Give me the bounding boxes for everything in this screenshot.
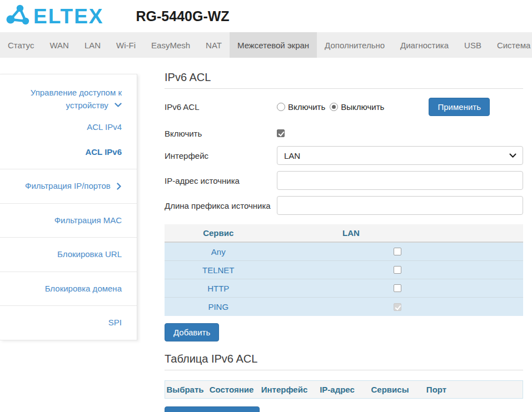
tab-diagnostics[interactable]: Диагностика bbox=[392, 32, 456, 58]
sidebar-item-device-access[interactable]: Управление доступом к устройству bbox=[0, 79, 137, 115]
enable-checkbox[interactable] bbox=[277, 129, 285, 137]
service-ping-checkbox bbox=[394, 303, 401, 311]
tab-system[interactable]: Система bbox=[489, 32, 532, 58]
sidebar-item-spi[interactable]: SPI bbox=[0, 310, 137, 335]
acl-header-services: Сервисы bbox=[364, 385, 416, 394]
service-name: PING bbox=[165, 302, 272, 311]
radio-enable[interactable] bbox=[277, 103, 285, 111]
radio-disable-label[interactable]: Выключить bbox=[341, 102, 384, 112]
tab-lan[interactable]: LAN bbox=[77, 32, 108, 58]
acl-table-title: Таблица IPv6 ACL bbox=[165, 353, 523, 370]
prefix-length-input[interactable] bbox=[277, 196, 523, 215]
delete-selected-button[interactable]: Удалить выбранное bbox=[165, 406, 260, 412]
sidebar-group-url-block: Блокировка URL bbox=[0, 238, 137, 272]
form-row-acl-toggle: IPv6 ACL Включить Выключить Применить bbox=[165, 98, 523, 116]
services-header-service: Сервис bbox=[165, 228, 272, 238]
sidebar-item-label: ACL IPv6 bbox=[85, 147, 122, 157]
acl-header-ip: IP-адрес bbox=[311, 385, 364, 394]
interface-label: Интерфейс bbox=[165, 151, 277, 160]
eltex-molecule-icon bbox=[6, 3, 31, 29]
header: ELTEX RG-5440G-WZ bbox=[0, 0, 532, 32]
table-row-any: Any bbox=[165, 243, 523, 261]
service-name: HTTP bbox=[165, 284, 272, 293]
sidebar-item-ip-port-filter[interactable]: Фильтрация IP/портов bbox=[0, 174, 137, 199]
tab-status[interactable]: Статус bbox=[0, 32, 42, 58]
interface-select[interactable]: LAN bbox=[277, 146, 523, 165]
radio-enable-label[interactable]: Включить bbox=[288, 102, 325, 112]
sidebar-item-label: Блокировка URL bbox=[57, 249, 122, 259]
sidebar-item-label: Управление доступом к устройству bbox=[31, 88, 122, 110]
sidebar-item-mac-filter[interactable]: Фильтрация MAC bbox=[0, 208, 137, 233]
chevron-down-icon bbox=[115, 103, 122, 108]
table-row-http: HTTP bbox=[165, 279, 523, 298]
acl-header-state: Состояние bbox=[205, 385, 258, 394]
service-any-checkbox[interactable] bbox=[394, 248, 401, 255]
sidebar-item-label: Блокировка домена bbox=[45, 284, 122, 293]
services-header-lan: LAN bbox=[272, 228, 430, 238]
service-telnet-checkbox[interactable] bbox=[394, 266, 401, 274]
source-ip-label: IP-адрес источника bbox=[165, 176, 277, 185]
service-name: TELNET bbox=[165, 265, 272, 275]
acl-header-interface: Интерфейс bbox=[258, 385, 311, 394]
sidebar-group-ip-port-filter: Фильтрация IP/портов bbox=[0, 169, 137, 204]
sidebar-group-access: Управление доступом к устройству ACL IPv… bbox=[0, 74, 137, 169]
apply-button[interactable]: Применить bbox=[429, 98, 490, 116]
sidebar-item-url-block[interactable]: Блокировка URL bbox=[0, 242, 137, 267]
tab-easymesh[interactable]: EasyMesh bbox=[143, 32, 198, 58]
radio-disable[interactable] bbox=[330, 103, 338, 111]
sidebar-item-domain-block[interactable]: Блокировка домена bbox=[0, 277, 137, 302]
acl-toggle-label: IPv6 ACL bbox=[165, 102, 277, 112]
add-button[interactable]: Добавить bbox=[165, 323, 219, 341]
sidebar-group-spi: SPI bbox=[0, 306, 137, 340]
service-name: Any bbox=[165, 247, 272, 257]
acl-table-header: Выбрать Состояние Интерфейс IP-адрес Сер… bbox=[165, 380, 523, 399]
device-model-title: RG-5440G-WZ bbox=[136, 8, 230, 24]
tab-usb[interactable]: USB bbox=[456, 32, 489, 58]
tab-advanced[interactable]: Дополнительно bbox=[317, 32, 392, 58]
tab-firewall[interactable]: Межсетевой экран bbox=[230, 32, 317, 58]
enable-label: Включить bbox=[165, 129, 277, 138]
sidebar-item-acl-ipv4[interactable]: ACL IPv4 bbox=[0, 115, 137, 140]
sidebar-item-acl-ipv6[interactable]: ACL IPv6 bbox=[0, 140, 137, 165]
source-ip-input[interactable] bbox=[277, 171, 523, 190]
sidebar: Управление доступом к устройству ACL IPv… bbox=[0, 74, 137, 340]
form-row-enable: Включить bbox=[165, 127, 523, 140]
tab-wan[interactable]: WAN bbox=[42, 32, 76, 58]
tab-nat[interactable]: NAT bbox=[198, 32, 230, 58]
prefix-length-label: Длина префикса источника bbox=[165, 201, 277, 210]
sidebar-item-label: Фильтрация IP/портов bbox=[25, 181, 111, 190]
sidebar-group-domain-block: Блокировка домена bbox=[0, 272, 137, 307]
main-content: IPv6 ACL IPv6 ACL Включить Выключить При… bbox=[137, 58, 532, 412]
acl-header-port: Порт bbox=[416, 385, 456, 394]
services-table: Сервис LAN Any TELNET HTTP PING bbox=[165, 224, 523, 316]
form-row-source-ip: IP-адрес источника bbox=[165, 171, 523, 190]
ipv6-acl-form: IPv6 ACL Включить Выключить Применить Вк… bbox=[165, 98, 523, 215]
sidebar-item-label: Фильтрация MAC bbox=[54, 215, 122, 225]
eltex-logo: ELTEX bbox=[6, 3, 104, 29]
services-table-header: Сервис LAN bbox=[165, 224, 523, 243]
sidebar-item-label: ACL IPv4 bbox=[87, 122, 122, 132]
table-row-telnet: TELNET bbox=[165, 261, 523, 279]
chevron-right-icon bbox=[117, 183, 122, 190]
service-http-checkbox[interactable] bbox=[394, 284, 401, 292]
acl-header-select: Выбрать bbox=[165, 385, 205, 394]
sidebar-item-label: SPI bbox=[108, 318, 122, 327]
interface-select-wrap: LAN bbox=[277, 146, 523, 165]
logo-text: ELTEX bbox=[33, 6, 104, 27]
sidebar-group-mac-filter: Фильтрация MAC bbox=[0, 204, 137, 238]
form-row-interface: Интерфейс LAN bbox=[165, 146, 523, 165]
page-title: IPv6 ACL bbox=[165, 71, 523, 89]
table-row-ping: PING bbox=[165, 298, 523, 316]
form-row-prefix-length: Длина префикса источника bbox=[165, 196, 523, 215]
main-nav: Статус WAN LAN Wi-Fi EasyMesh NAT Межсет… bbox=[0, 32, 532, 58]
tab-wifi[interactable]: Wi-Fi bbox=[108, 32, 143, 58]
